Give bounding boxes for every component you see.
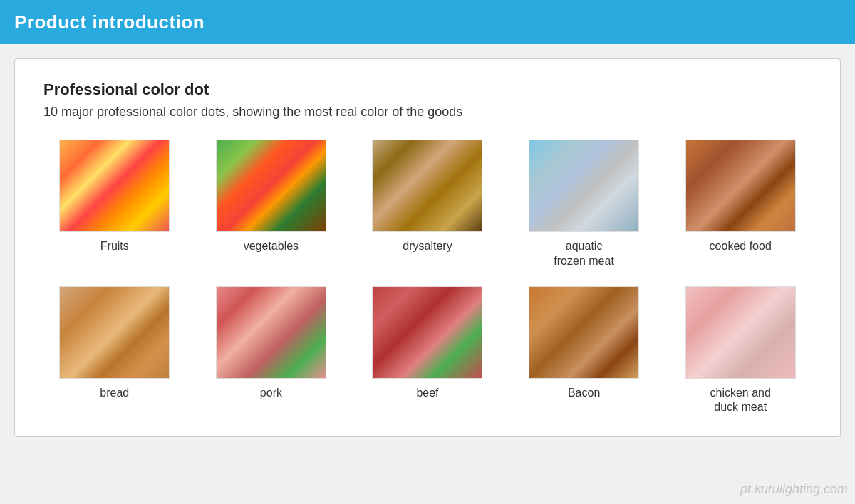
food-image-drysaltery [372,140,482,232]
food-label-beef: beef [416,386,438,401]
watermark: pt.kurulighting.com [740,482,848,497]
food-item-bacon: Bacon [513,286,656,416]
food-item-drysaltery: drysaltery [356,140,499,269]
food-item-vegetables: vegetables [200,140,343,269]
food-item-aquatic: aquaticfrozen meat [513,140,656,269]
section-title: Professional color dot [43,80,812,99]
food-image-beef [372,286,482,379]
food-image-chicken [685,286,796,379]
food-item-fruits: Fruits [43,140,186,269]
food-image-fruits [59,140,170,232]
food-image-bacon [529,286,639,379]
food-label-vegetables: vegetables [244,239,299,254]
food-label-aquatic: aquaticfrozen meat [554,239,613,269]
food-item-beef: beef [356,286,499,416]
page-header: Product introduction [0,0,855,44]
main-content: Professional color dot 10 major professi… [0,44,855,451]
food-item-cooked-food: cooked food [669,140,812,269]
food-label-pork: pork [260,386,282,401]
food-label-bacon: Bacon [568,386,600,401]
food-label-fruits: Fruits [100,239,129,254]
product-card: Professional color dot 10 major professi… [14,58,841,437]
food-image-bread [59,286,170,379]
food-image-vegetables [216,140,326,232]
page-title: Product introduction [14,11,204,33]
food-label-bread: bread [100,386,129,401]
food-image-pork [216,286,326,379]
food-item-chicken: chicken andduck meat [669,286,812,416]
section-subtitle: 10 major professional color dots, showin… [43,105,812,120]
food-image-aquatic [529,140,639,232]
food-item-pork: pork [200,286,343,416]
food-label-cooked-food: cooked food [710,239,772,254]
food-label-drysaltery: drysaltery [403,239,452,254]
food-image-cooked-food [685,140,796,232]
food-grid: Fruitsvegetablesdrysalteryaquaticfrozen … [43,140,812,415]
food-item-bread: bread [43,286,186,416]
food-label-chicken: chicken andduck meat [710,386,771,416]
